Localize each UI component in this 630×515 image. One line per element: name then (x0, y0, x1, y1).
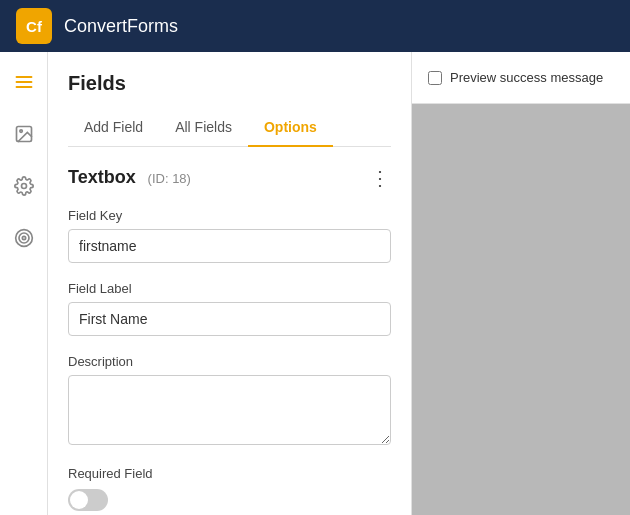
preview-success-checkbox[interactable] (428, 71, 442, 85)
preview-header: Preview success message (412, 52, 630, 104)
preview-panel: Preview success message (412, 52, 630, 515)
fields-title: Fields (68, 72, 391, 95)
icon-sidebar (0, 52, 48, 515)
field-type-title: Textbox (ID: 18) (68, 167, 191, 188)
svg-point-4 (19, 130, 21, 133)
field-id-label: (ID: 18) (148, 171, 191, 186)
preview-success-label: Preview success message (450, 70, 603, 85)
image-icon[interactable] (10, 120, 38, 148)
required-label: Required Field (68, 466, 391, 481)
tab-all-fields[interactable]: All Fields (159, 109, 248, 147)
tabs-bar: Add Field All Fields Options (68, 109, 391, 147)
field-label-label: Field Label (68, 281, 391, 296)
svg-point-7 (19, 233, 29, 243)
more-options-button[interactable]: ⋮ (370, 168, 391, 188)
required-toggle[interactable] (68, 489, 108, 511)
app-logo: Cf (16, 8, 52, 44)
tab-add-field[interactable]: Add Field (68, 109, 159, 147)
main-layout: Fields Add Field All Fields Options Text… (0, 52, 630, 515)
preview-body (412, 104, 630, 515)
field-header-row: Textbox (ID: 18) ⋮ (68, 167, 391, 188)
field-key-input[interactable] (68, 229, 391, 263)
field-key-group: Field Key (68, 208, 391, 263)
app-title: ConvertForms (64, 16, 178, 37)
field-type-label: Textbox (68, 167, 136, 187)
svg-point-8 (22, 236, 25, 239)
fields-header: Fields Add Field All Fields Options (48, 52, 411, 147)
field-key-label: Field Key (68, 208, 391, 223)
field-content: Textbox (ID: 18) ⋮ Field Key Field Label… (48, 147, 411, 515)
required-group: Required Field (68, 466, 391, 511)
list-icon[interactable] (10, 68, 38, 96)
main-panel: Fields Add Field All Fields Options Text… (48, 52, 412, 515)
description-input[interactable] (68, 375, 391, 445)
field-label-input[interactable] (68, 302, 391, 336)
app-header: Cf ConvertForms (0, 0, 630, 52)
tab-options[interactable]: Options (248, 109, 333, 147)
gear-icon[interactable] (10, 172, 38, 200)
description-group: Description (68, 354, 391, 448)
field-label-group: Field Label (68, 281, 391, 336)
svg-point-5 (21, 184, 26, 189)
target-icon[interactable] (10, 224, 38, 252)
description-label: Description (68, 354, 391, 369)
